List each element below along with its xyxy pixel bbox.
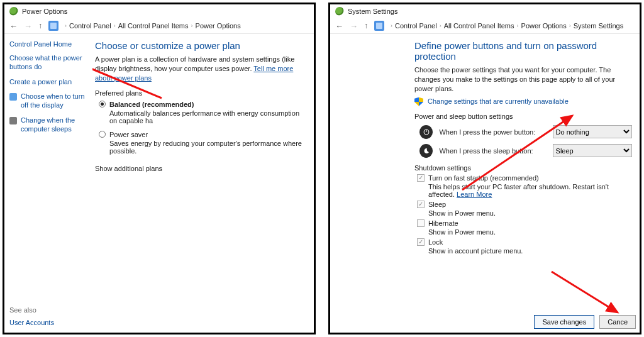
footer-buttons: Save changes Cance — [534, 315, 636, 329]
plan-name: Power saver — [109, 131, 148, 138]
back-arrow-icon[interactable]: ← — [335, 21, 343, 31]
checkbox-icon[interactable] — [417, 201, 425, 208]
content: Choose or customize a power plan A power… — [92, 34, 314, 333]
setting-label: When I press the power button: — [439, 128, 546, 136]
titlebar: System Settings — [330, 4, 640, 18]
radio-icon[interactable] — [99, 101, 106, 108]
check-lock[interactable]: Lock — [417, 238, 632, 246]
sleep-icon — [9, 117, 17, 124]
shield-icon — [414, 97, 423, 106]
display-icon — [9, 93, 17, 101]
intro-text: Choose the power settings that you want … — [414, 65, 632, 94]
system-settings-window: System Settings ← → ↑ › Control Panel › … — [328, 3, 641, 334]
crumb[interactable]: System Settings — [574, 22, 623, 30]
crumb[interactable]: Power Options — [196, 22, 241, 30]
forward-arrow-icon[interactable]: → — [24, 21, 32, 31]
setting-label: When I press the sleep button: — [439, 147, 546, 155]
up-arrow-icon[interactable]: ↑ — [364, 21, 368, 30]
control-panel-icon — [48, 21, 58, 31]
power-icon — [335, 7, 344, 16]
preferred-plans-label: Preferred plans — [95, 89, 306, 97]
intro-text: A power plan is a collection of hardware… — [95, 55, 306, 83]
up-arrow-icon[interactable]: ↑ — [38, 21, 42, 30]
sidebar-spacer — [330, 34, 412, 333]
sidebar-item-power-buttons[interactable]: Choose what the power buttons do — [9, 54, 87, 72]
breadcrumb: › Control Panel › All Control Panel Item… — [65, 22, 241, 30]
plan-name: Balanced (recommended) — [109, 101, 194, 108]
forward-arrow-icon[interactable]: → — [350, 21, 358, 31]
plan-power-saver[interactable]: Power saver Saves energy by reducing you… — [99, 131, 306, 155]
checkbox-icon[interactable] — [417, 238, 425, 246]
power-icon — [9, 7, 18, 16]
crumb[interactable]: Control Panel — [69, 22, 111, 30]
save-button[interactable]: Save changes — [534, 315, 594, 329]
titlebar: Power Options — [4, 4, 314, 18]
check-note: Show in Power menu. — [428, 228, 632, 236]
window-title: Power Options — [22, 8, 67, 15]
power-options-window: Power Options ← → ↑ › Control Panel › Al… — [3, 3, 316, 334]
sleep-button-icon — [419, 144, 433, 158]
radio-icon[interactable] — [99, 131, 106, 138]
cancel-button[interactable]: Cance — [599, 315, 636, 329]
show-additional-plans[interactable]: Show additional plans — [95, 165, 162, 172]
check-sleep[interactable]: Sleep — [417, 201, 632, 208]
check-note: Show in account picture menu. — [428, 247, 632, 255]
page-title: Choose or customize a power plan — [95, 40, 306, 51]
crumb[interactable]: All Control Panel Items — [118, 22, 189, 30]
power-button-icon — [419, 125, 433, 139]
plan-desc: Saves energy by reducing your computer's… — [109, 140, 306, 155]
check-note: This helps start your PC faster after sh… — [428, 183, 632, 198]
check-note: Show in Power menu. — [428, 209, 632, 217]
crumb[interactable]: Power Options — [521, 22, 567, 30]
plan-desc: Automatically balances performance with … — [109, 109, 306, 124]
sidebar-home[interactable]: Control Panel Home — [9, 40, 87, 48]
sidebar: Control Panel Home Choose what the power… — [4, 34, 92, 333]
checkbox-icon[interactable] — [417, 219, 425, 227]
navbar: ← → ↑ › Control Panel › All Control Pane… — [330, 18, 640, 34]
section-shutdown-label: Shutdown settings — [414, 164, 632, 172]
sidebar-item-create-plan[interactable]: Create a power plan — [9, 78, 87, 87]
crumb[interactable]: Control Panel — [395, 22, 437, 30]
sidebar-item-sleep[interactable]: Change when the computer sleeps — [21, 116, 87, 134]
breadcrumb: › Control Panel › All Control Panel Item… — [391, 22, 623, 30]
power-button-select[interactable]: Do nothing — [553, 125, 632, 138]
sidebar-item-display-off[interactable]: Choose when to turn off the display — [21, 92, 87, 110]
row-power-button: When I press the power button: Do nothin… — [419, 125, 632, 139]
section-buttons-label: Power and sleep button settings — [414, 113, 632, 120]
back-arrow-icon[interactable]: ← — [9, 21, 18, 31]
sleep-button-select[interactable]: Sleep — [553, 144, 632, 157]
unlock-row[interactable]: Change settings that are currently unava… — [414, 97, 632, 106]
crumb[interactable]: All Control Panel Items — [444, 22, 514, 30]
checkbox-icon[interactable] — [417, 174, 425, 182]
control-panel-icon — [374, 21, 384, 31]
content: Define power buttons and turn on passwor… — [412, 34, 640, 333]
see-also: See also User Accounts — [9, 306, 54, 326]
window-title: System Settings — [348, 8, 397, 15]
learn-more-link[interactable]: Learn More — [457, 191, 492, 198]
row-sleep-button: When I press the sleep button: Sleep — [419, 144, 632, 158]
check-hibernate[interactable]: Hibernate — [417, 219, 632, 227]
check-fast-startup[interactable]: Turn on fast startup (recommended) — [417, 174, 632, 182]
plan-balanced[interactable]: Balanced (recommended) Automatically bal… — [99, 101, 306, 124]
navbar: ← → ↑ › Control Panel › All Control Pane… — [4, 18, 314, 34]
user-accounts-link[interactable]: User Accounts — [9, 319, 54, 326]
page-title: Define power buttons and turn on passwor… — [414, 40, 632, 62]
